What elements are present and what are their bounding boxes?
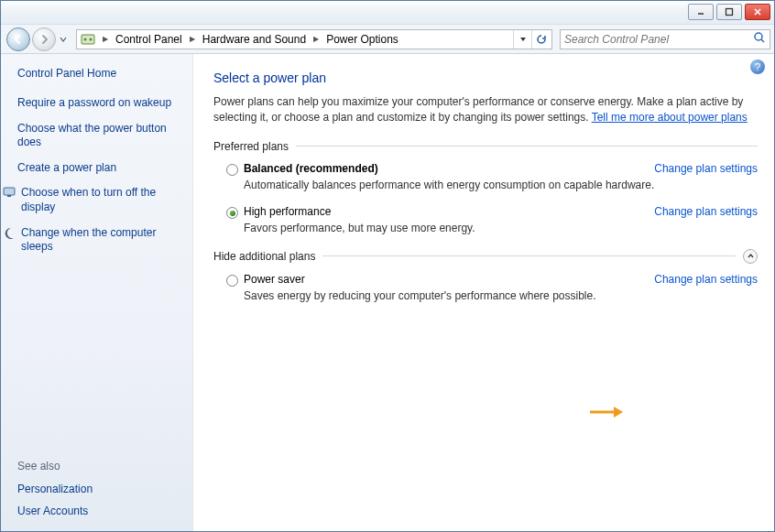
plan-row: Power saver Change plan settings bbox=[226, 273, 758, 287]
svg-rect-10 bbox=[7, 195, 11, 197]
refresh-button[interactable] bbox=[531, 30, 550, 49]
control-panel-home-link[interactable]: Control Panel Home bbox=[17, 67, 183, 80]
task-label: Choose when to turn off the display bbox=[21, 186, 183, 214]
help-icon[interactable]: ? bbox=[750, 60, 765, 74]
address-controls bbox=[513, 30, 550, 49]
divider bbox=[322, 255, 736, 256]
breadcrumb-seg-0[interactable]: Control Panel bbox=[115, 33, 182, 46]
task-label: Require a password on wakeup bbox=[17, 96, 183, 111]
svg-line-8 bbox=[761, 39, 764, 42]
plan-balanced: Balanced (recommended) Change plan setti… bbox=[226, 162, 758, 193]
close-button[interactable] bbox=[745, 4, 770, 20]
chevron-right-icon: ▶ bbox=[99, 35, 112, 43]
change-plan-settings-balanced[interactable]: Change plan settings bbox=[654, 162, 758, 175]
task-create-plan[interactable]: Create a power plan bbox=[17, 161, 183, 176]
address-dropdown[interactable] bbox=[513, 30, 531, 49]
search-box[interactable] bbox=[560, 29, 770, 49]
task-power-button[interactable]: Choose what the power button does bbox=[17, 122, 183, 150]
monitor-icon bbox=[3, 186, 16, 199]
task-display-off[interactable]: Choose when to turn off the display bbox=[17, 186, 183, 214]
preferred-plans-label: Preferred plans bbox=[213, 140, 289, 153]
svg-rect-9 bbox=[4, 188, 15, 195]
plan-desc: Automatically balances performance with … bbox=[244, 179, 758, 193]
chevron-right-icon: ▶ bbox=[310, 35, 322, 43]
task-label: Create a power plan bbox=[17, 161, 183, 176]
svg-point-5 bbox=[84, 38, 87, 40]
plan-row: High performance Change plan settings bbox=[226, 205, 758, 219]
additional-plans-header: Hide additional plans bbox=[213, 249, 758, 264]
change-plan-settings-power-saver[interactable]: Change plan settings bbox=[654, 273, 758, 286]
left-pane: Control Panel Home Require a password on… bbox=[1, 54, 193, 531]
annotation-arrow-icon bbox=[588, 405, 625, 419]
task-label: Change when the computer sleeps bbox=[21, 226, 183, 255]
address-bar[interactable]: ▶ Control Panel ▶ Hardware and Sound ▶ P… bbox=[76, 29, 552, 49]
see-also-header: See also bbox=[17, 460, 183, 472]
back-button[interactable] bbox=[6, 27, 30, 51]
search-icon[interactable] bbox=[753, 31, 766, 47]
plan-name[interactable]: High performance bbox=[244, 205, 331, 218]
svg-point-7 bbox=[755, 33, 762, 40]
chevron-right-icon: ▶ bbox=[186, 35, 199, 43]
moon-icon bbox=[3, 226, 16, 239]
nav-arrows bbox=[6, 27, 69, 51]
page-title: Select a power plan bbox=[213, 71, 758, 85]
collapse-button[interactable] bbox=[743, 249, 758, 264]
search-input[interactable] bbox=[564, 33, 753, 46]
plan-name[interactable]: Power saver bbox=[244, 273, 305, 286]
intro-link[interactable]: Tell me more about power plans bbox=[592, 111, 748, 124]
plan-row: Balanced (recommended) Change plan setti… bbox=[226, 162, 758, 176]
plan-radio-high-perf[interactable] bbox=[226, 207, 238, 219]
plan-radio-power-saver[interactable] bbox=[226, 275, 238, 287]
intro-text: Power plans can help you maximize your c… bbox=[213, 94, 758, 125]
plan-radio-balanced[interactable] bbox=[226, 164, 238, 176]
task-sleep[interactable]: Change when the computer sleeps bbox=[17, 226, 183, 255]
change-plan-settings-high-perf[interactable]: Change plan settings bbox=[654, 205, 758, 218]
forward-button[interactable] bbox=[32, 27, 56, 51]
task-label: Choose what the power button does bbox=[17, 122, 183, 150]
breadcrumb-seg-2[interactable]: Power Options bbox=[326, 33, 398, 46]
plan-desc: Saves energy by reducing your computer's… bbox=[244, 289, 758, 304]
window-controls bbox=[688, 4, 770, 20]
task-require-password[interactable]: Require a password on wakeup bbox=[17, 96, 183, 111]
main-pane: ? Select a power plan Power plans can he… bbox=[193, 54, 774, 531]
control-panel-icon bbox=[81, 32, 95, 47]
plan-high-performance: High performance Change plan settings Fa… bbox=[226, 205, 758, 236]
navbar: ▶ Control Panel ▶ Hardware and Sound ▶ P… bbox=[1, 25, 774, 54]
svg-point-6 bbox=[90, 38, 93, 40]
minimize-button[interactable] bbox=[688, 4, 714, 20]
preferred-plans-header: Preferred plans bbox=[213, 140, 758, 153]
seealso-user-accounts[interactable]: User Accounts bbox=[17, 505, 183, 517]
svg-rect-4 bbox=[82, 35, 94, 44]
seealso-personalization[interactable]: Personalization bbox=[17, 483, 183, 495]
breadcrumb-seg-1[interactable]: Hardware and Sound bbox=[202, 33, 306, 46]
svg-rect-1 bbox=[726, 9, 733, 16]
plan-power-saver: Power saver Change plan settings Saves e… bbox=[226, 273, 758, 304]
titlebar bbox=[1, 1, 774, 25]
divider bbox=[296, 146, 758, 147]
nav-history-dropdown[interactable] bbox=[58, 36, 69, 43]
maximize-button[interactable] bbox=[716, 4, 742, 20]
plan-name[interactable]: Balanced (recommended) bbox=[244, 162, 378, 175]
plan-desc: Favors performance, but may use more ene… bbox=[244, 222, 758, 236]
content-body: Control Panel Home Require a password on… bbox=[1, 54, 774, 531]
additional-plans-label: Hide additional plans bbox=[213, 250, 315, 263]
